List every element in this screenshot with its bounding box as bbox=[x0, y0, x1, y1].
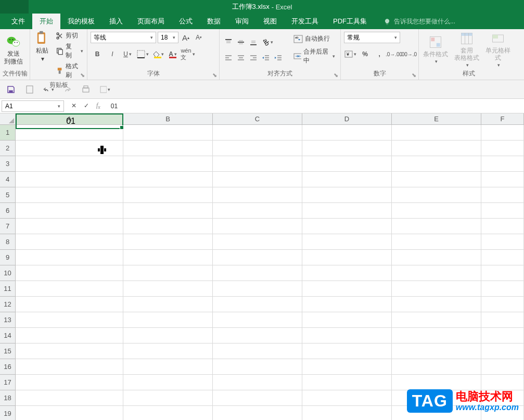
confirm-edit-button[interactable]: ✓ bbox=[84, 102, 89, 109]
cell-A9[interactable] bbox=[16, 250, 123, 265]
col-header-C[interactable]: C bbox=[213, 113, 302, 124]
cell-C6[interactable] bbox=[213, 203, 302, 219]
cell-B18[interactable] bbox=[123, 390, 213, 406]
cell-A1[interactable] bbox=[16, 125, 123, 141]
align-middle-button[interactable] bbox=[235, 36, 247, 48]
row-header-5[interactable]: 5 bbox=[0, 187, 16, 203]
font-color-button[interactable]: A▾ bbox=[166, 48, 180, 60]
send-to-wechat-button[interactable]: 发送 到微信 bbox=[2, 31, 25, 69]
cell-D18[interactable] bbox=[302, 390, 392, 406]
italic-button[interactable]: I bbox=[106, 48, 119, 60]
cell-B3[interactable] bbox=[123, 156, 213, 172]
row-header-10[interactable]: 10 bbox=[0, 265, 16, 281]
row-header-11[interactable]: 11 bbox=[0, 281, 16, 297]
cell-A14[interactable] bbox=[16, 328, 123, 343]
row-header-7[interactable]: 7 bbox=[0, 219, 16, 234]
cell-C7[interactable] bbox=[213, 219, 302, 234]
cell-D9[interactable] bbox=[302, 250, 392, 265]
cell-A3[interactable] bbox=[16, 156, 123, 172]
cell-E6[interactable] bbox=[392, 203, 481, 219]
tab-home[interactable]: 开始 bbox=[32, 14, 60, 29]
increase-font-button[interactable]: A▴ bbox=[180, 32, 191, 43]
merge-center-button[interactable]: 合并后居中▾ bbox=[291, 46, 337, 66]
phonetic-button[interactable]: wén文▾ bbox=[181, 48, 195, 60]
align-right-button[interactable] bbox=[248, 52, 259, 63]
cell-B14[interactable] bbox=[123, 328, 213, 343]
cell-E12[interactable] bbox=[392, 297, 481, 312]
row-header-17[interactable]: 17 bbox=[0, 375, 16, 390]
row-header-6[interactable]: 6 bbox=[0, 203, 16, 219]
cell-E16[interactable] bbox=[392, 359, 481, 375]
cell-B6[interactable] bbox=[123, 203, 213, 219]
cell-F16[interactable] bbox=[481, 359, 524, 375]
cell-F13[interactable] bbox=[481, 312, 524, 328]
cancel-edit-button[interactable]: ✕ bbox=[71, 102, 76, 109]
cell-B19[interactable] bbox=[123, 406, 213, 420]
insert-function-button[interactable]: fx bbox=[96, 101, 100, 110]
cell-B13[interactable] bbox=[123, 312, 213, 328]
cell-B9[interactable] bbox=[123, 250, 213, 265]
cell-E15[interactable] bbox=[392, 343, 481, 359]
cell-C12[interactable] bbox=[213, 297, 302, 312]
row-header-3[interactable]: 3 bbox=[0, 156, 16, 172]
cell-D2[interactable] bbox=[302, 141, 392, 156]
row-header-19[interactable]: 19 bbox=[0, 406, 16, 420]
row-header-8[interactable]: 8 bbox=[0, 234, 16, 250]
cell-E4[interactable] bbox=[392, 172, 481, 187]
cell-B17[interactable] bbox=[123, 375, 213, 390]
cell-F17[interactable] bbox=[481, 375, 524, 390]
comma-button[interactable]: , bbox=[373, 48, 386, 60]
cell-F3[interactable] bbox=[481, 156, 524, 172]
cell-C4[interactable] bbox=[213, 172, 302, 187]
cell-D16[interactable] bbox=[302, 359, 392, 375]
tell-me-search[interactable]: 告诉我您想要做什么... bbox=[384, 14, 455, 29]
row-header-13[interactable]: 13 bbox=[0, 312, 16, 328]
cell-B8[interactable] bbox=[123, 234, 213, 250]
cell-C8[interactable] bbox=[213, 234, 302, 250]
row-header-1[interactable]: 1 bbox=[0, 125, 16, 141]
col-header-F[interactable]: F bbox=[481, 113, 524, 124]
tab-dev[interactable]: 开发工具 bbox=[284, 14, 326, 29]
tab-layout[interactable]: 页面布局 bbox=[130, 14, 172, 29]
cell-B15[interactable] bbox=[123, 343, 213, 359]
save-button[interactable] bbox=[5, 84, 17, 95]
decrease-indent-button[interactable] bbox=[260, 52, 272, 63]
cell-C19[interactable] bbox=[213, 406, 302, 420]
percent-button[interactable]: % bbox=[359, 48, 372, 60]
table-format-button[interactable]: 套用 表格格式▾ bbox=[452, 31, 481, 69]
align-left-button[interactable] bbox=[223, 52, 234, 63]
qat-button-6[interactable]: ▾ bbox=[99, 84, 110, 95]
cell-F10[interactable] bbox=[481, 265, 524, 281]
tab-data[interactable]: 数据 bbox=[200, 14, 228, 29]
align-bottom-button[interactable] bbox=[248, 36, 259, 48]
cut-button[interactable]: 剪切 bbox=[54, 31, 85, 41]
cell-F9[interactable] bbox=[481, 250, 524, 265]
font-name-select[interactable]: 等线▾ bbox=[91, 32, 156, 43]
cell-C14[interactable] bbox=[213, 328, 302, 343]
col-header-D[interactable]: D bbox=[302, 113, 392, 124]
cell-F15[interactable] bbox=[481, 343, 524, 359]
cell-C17[interactable] bbox=[213, 375, 302, 390]
cell-B4[interactable] bbox=[123, 172, 213, 187]
col-header-A[interactable]: A bbox=[16, 113, 123, 124]
cell-E17[interactable] bbox=[392, 375, 481, 390]
cell-E7[interactable] bbox=[392, 219, 481, 234]
cell-C13[interactable] bbox=[213, 312, 302, 328]
name-box[interactable]: A1▾ bbox=[2, 100, 64, 112]
align-center-button[interactable] bbox=[235, 52, 247, 63]
font-size-select[interactable]: 18▾ bbox=[158, 32, 178, 43]
cell-B11[interactable] bbox=[123, 281, 213, 297]
cell-B1[interactable] bbox=[123, 125, 213, 141]
cell-B2[interactable] bbox=[123, 141, 213, 156]
cell-style-button[interactable]: 单元格样式▾ bbox=[483, 31, 513, 69]
cell-C18[interactable] bbox=[213, 390, 302, 406]
cell-E2[interactable] bbox=[392, 141, 481, 156]
wrap-text-button[interactable]: ab自动换行 bbox=[291, 33, 337, 44]
cell-E5[interactable] bbox=[392, 187, 481, 203]
tab-insert[interactable]: 插入 bbox=[102, 14, 130, 29]
cell-C5[interactable] bbox=[213, 187, 302, 203]
paste-dropdown-icon[interactable]: ▾ bbox=[41, 55, 44, 62]
row-header-18[interactable]: 18 bbox=[0, 390, 16, 406]
fill-color-button[interactable]: ▾ bbox=[151, 48, 164, 60]
cell-F8[interactable] bbox=[481, 234, 524, 250]
